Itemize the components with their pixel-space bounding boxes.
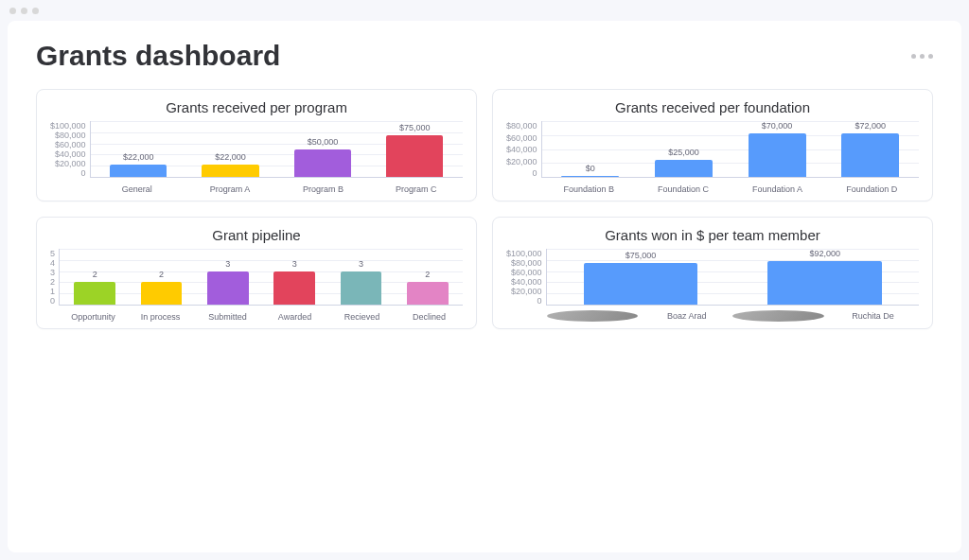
dots-icon (928, 54, 933, 59)
bar[interactable]: $72,000 (823, 121, 917, 177)
bar[interactable]: $75,000 (549, 249, 733, 305)
bar[interactable]: $75,000 (369, 121, 461, 177)
bar-rect (386, 135, 443, 177)
bar-rect (841, 133, 899, 177)
y-tick-label: $60,000 (506, 133, 537, 143)
y-tick-label: 0 (533, 168, 537, 178)
x-tick-label: Awarded (261, 312, 328, 322)
y-tick-label: $20,000 (506, 157, 537, 166)
bar[interactable]: 3 (195, 249, 261, 305)
page-title: Grants dashboard (36, 40, 280, 72)
bar[interactable]: 3 (327, 249, 394, 305)
chart-card-per-foundation: Grants received per foundation $80,000$6… (492, 89, 933, 201)
bar-value-label: $22,000 (123, 152, 154, 162)
x-tick-label: Program C (370, 184, 463, 194)
bar-rect (207, 271, 249, 305)
y-tick-label: 0 (537, 296, 542, 306)
y-tick-label: $40,000 (511, 277, 542, 287)
bar[interactable]: $22,000 (93, 121, 185, 177)
y-tick-label: $20,000 (55, 159, 86, 168)
chart-card-per-member: Grants won in $ per team member $100,000… (492, 217, 933, 329)
y-tick-label: $20,000 (511, 287, 542, 296)
y-tick-label: 0 (50, 296, 55, 306)
bar-plot[interactable]: $75,000$92,000Boaz AradRuchita De (546, 249, 919, 306)
more-options-button[interactable] (911, 54, 933, 59)
bar[interactable]: 2 (62, 249, 128, 305)
bar-rect (341, 271, 382, 305)
chart-title: Grants received per foundation (506, 99, 919, 115)
x-tick-label: Opportunity (60, 312, 127, 322)
y-tick-label: $40,000 (55, 149, 86, 159)
bar-value-label: 2 (93, 270, 97, 279)
bar[interactable]: 2 (395, 249, 461, 305)
bar-value-label: 3 (292, 259, 297, 269)
y-tick-label: 0 (81, 168, 86, 178)
y-tick-label: $60,000 (511, 268, 542, 277)
y-tick-label: $60,000 (55, 140, 86, 149)
chart-area: $100,000$80,000$60,000$40,000$20,0000 $2… (50, 121, 463, 195)
window-dot (32, 8, 39, 14)
y-axis: $100,000$80,000$60,000$40,000$20,0000 (506, 249, 546, 323)
y-tick-label: $80,000 (55, 131, 86, 140)
x-tick-label: Foundation D (824, 184, 919, 194)
chart-card-per-program: Grants received per program $100,000$80,… (36, 89, 477, 201)
bar-rect (294, 149, 351, 178)
bar-value-label: $50,000 (308, 137, 339, 147)
y-tick-label: 5 (50, 249, 55, 258)
window-chrome (0, 0, 969, 21)
dashboard-page: Grants dashboard Grants received per pro… (8, 21, 961, 552)
bar[interactable]: 2 (128, 249, 194, 305)
x-tick-label: General (91, 184, 184, 194)
page-header: Grants dashboard (36, 40, 933, 72)
bar-rect (74, 282, 115, 305)
bar-rect (561, 176, 619, 177)
x-tick-label: Submitted (194, 312, 261, 322)
chart-area: $80,000$60,000$40,000$20,0000 $0$25,000$… (506, 121, 919, 195)
dots-icon (911, 54, 916, 59)
bar[interactable]: $50,000 (276, 121, 368, 177)
x-tick-label: Boaz Arad (547, 310, 733, 322)
bar-value-label: $25,000 (668, 148, 699, 157)
window-dot (9, 8, 16, 14)
bar-rect (202, 165, 258, 177)
bar-value-label: $92,000 (809, 249, 840, 258)
x-tick-label: In process (127, 312, 194, 322)
chart-title: Grant pipeline (50, 227, 463, 243)
y-tick-label: 1 (50, 287, 55, 296)
bar-plot[interactable]: 223332OpportunityIn processSubmittedAwar… (59, 249, 463, 306)
bar-plot[interactable]: $22,000$22,000$50,000$75,000GeneralProgr… (90, 121, 463, 178)
bar-rect (273, 271, 315, 305)
bar-value-label: 3 (225, 259, 230, 269)
y-tick-label: $100,000 (50, 121, 86, 131)
chart-area: $100,000$80,000$60,000$40,000$20,0000 $7… (506, 249, 919, 323)
bar-value-label: 2 (425, 270, 430, 279)
y-axis: 543210 (50, 249, 59, 323)
x-tick-label: Program A (184, 184, 276, 194)
y-tick-label: 4 (50, 258, 55, 268)
bar[interactable]: $22,000 (185, 121, 276, 177)
bar-rect (407, 282, 449, 305)
y-tick-label: $80,000 (506, 121, 537, 131)
chart-card-pipeline: Grant pipeline 543210 223332OpportunityI… (36, 217, 477, 329)
charts-grid: Grants received per program $100,000$80,… (36, 89, 933, 329)
bar[interactable]: $0 (544, 121, 638, 177)
x-axis: GeneralProgram AProgram BProgram C (91, 184, 463, 194)
y-tick-label: 3 (50, 268, 55, 277)
bar-value-label: $0 (586, 164, 595, 173)
bar[interactable]: $70,000 (731, 121, 824, 177)
x-tick-label: Foundation B (542, 184, 637, 194)
y-tick-label: 2 (50, 277, 55, 287)
bar-value-label: $75,000 (625, 251, 657, 260)
window-dot (21, 8, 27, 14)
x-tick-label: Foundation A (731, 184, 825, 194)
bar-plot[interactable]: $0$25,000$70,000$72,000Foundation BFound… (541, 121, 919, 178)
dots-icon (920, 54, 925, 59)
chart-title: Grants received per program (50, 99, 463, 115)
bar-rect (141, 282, 183, 305)
bar[interactable]: $25,000 (637, 121, 731, 177)
bar[interactable]: 3 (261, 249, 327, 305)
x-tick-label: Program B (276, 184, 369, 194)
y-axis: $80,000$60,000$40,000$20,0000 (506, 121, 541, 195)
bar[interactable]: $92,000 (732, 249, 917, 305)
bar-rect (767, 261, 882, 305)
